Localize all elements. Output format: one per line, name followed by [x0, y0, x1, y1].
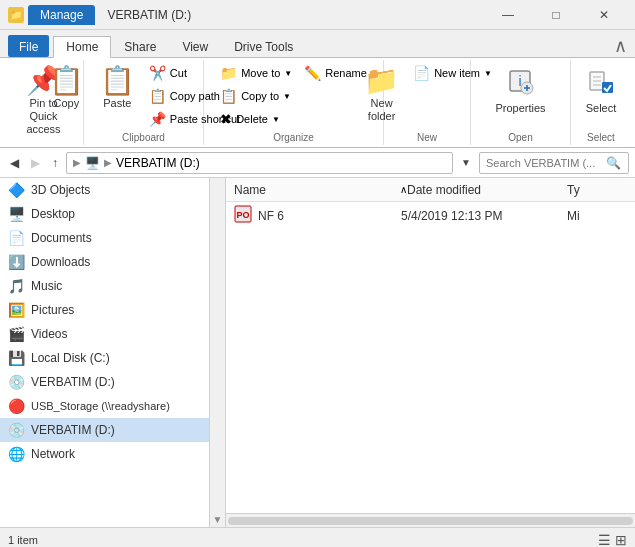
- tab-view[interactable]: View: [169, 35, 221, 57]
- delete-label: Delete: [236, 113, 268, 125]
- search-box[interactable]: 🔍: [479, 152, 629, 174]
- sidebar-item-verbatim-active[interactable]: 💿 VERBATIM (D:): [0, 418, 209, 442]
- up-button[interactable]: ↑: [48, 154, 62, 172]
- address-bar: ◀ ▶ ↑ ▶ 🖥️ ▶ VERBATIM (D:) ▼ 🔍: [0, 148, 635, 178]
- select-button[interactable]: Select: [579, 62, 624, 130]
- copy-to-icon: 📋: [220, 88, 237, 104]
- delete-button[interactable]: ✖ Delete ▼: [215, 108, 297, 130]
- tab-share[interactable]: Share: [111, 35, 169, 57]
- cut-icon: ✂️: [149, 65, 166, 81]
- sidebar-item-network[interactable]: 🌐 Network: [0, 442, 209, 466]
- main-layout: 🔷 3D Objects 🖥️ Desktop 📄 Documents ⬇️ D…: [0, 178, 635, 527]
- new-folder-button[interactable]: 📁 New folder: [357, 62, 406, 130]
- details-view-icon[interactable]: ☰: [598, 532, 611, 548]
- downloads-icon: ⬇️: [8, 254, 25, 270]
- music-icon: 🎵: [8, 278, 25, 294]
- clipboard-group-label: Clipboard: [122, 130, 165, 143]
- sidebar-item-desktop[interactable]: 🖥️ Desktop: [0, 202, 209, 226]
- organize-group-label: Organize: [273, 130, 314, 143]
- sidebar-local-disk-label: Local Disk (C:): [31, 351, 110, 365]
- sidebar-documents-label: Documents: [31, 231, 92, 245]
- address-path[interactable]: ▶ 🖥️ ▶ VERBATIM (D:): [66, 152, 453, 174]
- address-expand-button[interactable]: ▼: [457, 155, 475, 170]
- sidebar-item-music[interactable]: 🎵 Music: [0, 274, 209, 298]
- file-date: 5/4/2019 12:13 PM: [401, 209, 561, 223]
- paste-shortcut-icon: 📌: [149, 111, 166, 127]
- sidebar-item-usb-storage[interactable]: 🔴 USB_Storage (\\readyshare): [0, 394, 209, 418]
- tab-file[interactable]: File: [8, 35, 49, 57]
- sidebar-usb-label: USB_Storage (\\readyshare): [31, 400, 170, 412]
- sort-arrow-icon: ∧: [400, 184, 407, 195]
- ribbon-tabs: File Home Share View Drive Tools ∧: [0, 30, 635, 58]
- sidebar: 🔷 3D Objects 🖥️ Desktop 📄 Documents ⬇️ D…: [0, 178, 210, 527]
- sidebar-scrollbar[interactable]: ▼: [210, 178, 226, 527]
- sidebar-desktop-label: Desktop: [31, 207, 75, 221]
- tab-drive-tools[interactable]: Drive Tools: [221, 35, 306, 57]
- select-group-label: Select: [587, 130, 615, 143]
- maximize-button[interactable]: □: [533, 0, 579, 30]
- move-to-button[interactable]: 📁 Move to ▼: [215, 62, 297, 84]
- tab-home[interactable]: Home: [53, 36, 111, 58]
- title-bar: 📁 Manage VERBATIM (D:) — □ ✕: [0, 0, 635, 30]
- sidebar-downloads-label: Downloads: [31, 255, 90, 269]
- table-row[interactable]: PO NF 6 5/4/2019 12:13 PM Mi: [226, 202, 635, 230]
- title-bar-left: 📁 Manage VERBATIM (D:): [8, 5, 191, 25]
- view-icons: ☰ ⊞: [598, 532, 627, 548]
- paste-button[interactable]: 📋 Paste: [93, 62, 142, 130]
- copy-icon: 📋: [49, 67, 84, 95]
- path-computer: 🖥️: [85, 156, 100, 170]
- folder-icon: 📁: [8, 7, 24, 23]
- sidebar-item-pictures[interactable]: 🖼️ Pictures: [0, 298, 209, 322]
- back-button[interactable]: ◀: [6, 154, 23, 172]
- open-group: i Properties Open: [471, 60, 571, 145]
- 3d-objects-icon: 🔷: [8, 182, 25, 198]
- manage-tab-title[interactable]: Manage: [28, 5, 95, 25]
- date-column-header[interactable]: Date modified: [407, 183, 567, 197]
- local-disk-icon: 💾: [8, 350, 25, 366]
- organize-items: 📁 Move to ▼ 📋 Copy to ▼ ✖ Delete ▼ ✏️: [215, 62, 372, 130]
- copy-to-label: Copy to: [241, 90, 279, 102]
- documents-icon: 📄: [8, 230, 25, 246]
- cut-label: Cut: [170, 67, 187, 79]
- close-button[interactable]: ✕: [581, 0, 627, 30]
- svg-text:PO: PO: [236, 210, 249, 220]
- new-folder-icon: 📁: [364, 67, 399, 95]
- properties-label: Properties: [495, 102, 545, 115]
- properties-button[interactable]: i Properties: [488, 62, 552, 130]
- window-controls: — □ ✕: [485, 0, 627, 30]
- move-to-label: Move to: [241, 67, 280, 79]
- title-bar-title: VERBATIM (D:): [107, 8, 191, 22]
- ribbon: 📌 Pin to Quick access 📋 Copy 📋 Paste ✂️ …: [0, 58, 635, 148]
- sidebar-3d-label: 3D Objects: [31, 183, 90, 197]
- sidebar-verbatim-d-label: VERBATIM (D:): [31, 375, 115, 389]
- ribbon-expand-icon[interactable]: ∧: [614, 35, 627, 57]
- new-folder-label: New folder: [364, 97, 399, 123]
- file-name: NF 6: [258, 209, 395, 223]
- sidebar-item-videos[interactable]: 🎬 Videos: [0, 322, 209, 346]
- minimize-button[interactable]: —: [485, 0, 531, 30]
- path-separator2: ▶: [104, 157, 112, 168]
- videos-icon: 🎬: [8, 326, 25, 342]
- search-input[interactable]: [486, 157, 606, 169]
- sidebar-item-verbatim-d[interactable]: 💿 VERBATIM (D:): [0, 370, 209, 394]
- open-items: i Properties: [488, 62, 552, 130]
- copy-to-arrow: ▼: [283, 92, 291, 101]
- copy-button[interactable]: 📋 Copy: [42, 62, 91, 130]
- sidebar-network-label: Network: [31, 447, 75, 461]
- type-column-header[interactable]: Ty: [567, 183, 627, 197]
- sidebar-item-local-disk[interactable]: 💾 Local Disk (C:): [0, 346, 209, 370]
- copy-to-button[interactable]: 📋 Copy to ▼: [215, 85, 297, 107]
- sidebar-item-3d-objects[interactable]: 🔷 3D Objects: [0, 178, 209, 202]
- open-group-label: Open: [508, 130, 532, 143]
- name-column-header[interactable]: Name: [234, 183, 396, 197]
- rename-icon: ✏️: [304, 65, 321, 81]
- sidebar-item-documents[interactable]: 📄 Documents: [0, 226, 209, 250]
- sidebar-item-downloads[interactable]: ⬇️ Downloads: [0, 250, 209, 274]
- sidebar-verbatim-active-label: VERBATIM (D:): [31, 423, 115, 437]
- large-icons-view-icon[interactable]: ⊞: [615, 532, 627, 548]
- forward-button[interactable]: ▶: [27, 154, 44, 172]
- usb-storage-icon: 🔴: [8, 398, 25, 414]
- search-icon[interactable]: 🔍: [606, 156, 621, 170]
- horizontal-scrollbar[interactable]: [226, 513, 635, 527]
- scroll-track[interactable]: [228, 517, 633, 525]
